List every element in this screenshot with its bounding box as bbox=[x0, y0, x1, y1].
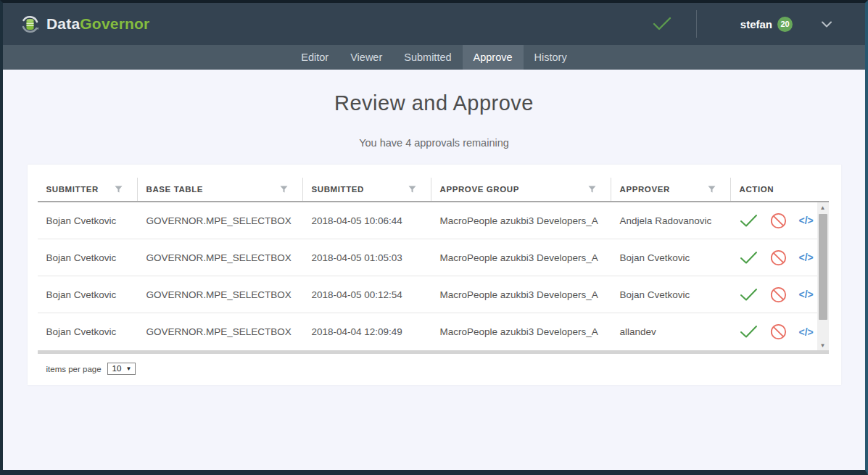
pager: items per page 10 ▼ bbox=[38, 363, 829, 375]
filter-icon[interactable] bbox=[280, 186, 288, 193]
page-title: Review and Approve bbox=[3, 91, 865, 115]
items-per-page-label: items per page bbox=[46, 365, 102, 373]
cell-approver: allandev bbox=[611, 326, 731, 337]
cell-approve-group: MacroPeople azukbi3 Developers_A bbox=[431, 252, 611, 263]
cell-submitter: Bojan Cvetkovic bbox=[38, 215, 138, 226]
cell-base-table: GOVERNOR.MPE_SELECTBOX bbox=[138, 252, 303, 263]
column-header-action: ACTION bbox=[731, 178, 829, 201]
cell-approve-group: MacroPeople azukbi3 Developers_A bbox=[431, 215, 611, 226]
cell-submitter: Bojan Cvetkovic bbox=[38, 326, 138, 337]
header-check-icon[interactable] bbox=[653, 17, 671, 31]
reject-prohibit-icon[interactable] bbox=[770, 323, 787, 340]
cell-submitter: Bojan Cvetkovic bbox=[38, 289, 138, 300]
cell-action: </> bbox=[731, 249, 817, 266]
app-logo[interactable]: DataGovernor bbox=[20, 15, 149, 34]
cell-action: </> bbox=[731, 323, 817, 340]
cell-submitted: 2018-04-05 01:05:03 bbox=[303, 252, 431, 263]
main-nav: Editor Viewer Submitted Approve History bbox=[3, 45, 865, 70]
app-title: DataGovernor bbox=[46, 15, 149, 33]
horizontal-scrollbar[interactable] bbox=[38, 350, 829, 354]
approve-check-icon[interactable] bbox=[740, 214, 758, 228]
approvals-count-badge: 20 bbox=[777, 17, 793, 32]
cell-submitted: 2018-04-04 12:09:49 bbox=[303, 326, 431, 337]
chevron-down-icon[interactable] bbox=[822, 21, 832, 28]
tab-history[interactable]: History bbox=[524, 45, 578, 70]
reject-prohibit-icon[interactable] bbox=[770, 249, 787, 266]
filter-icon[interactable] bbox=[588, 186, 596, 193]
cell-approver: Bojan Cvetkovic bbox=[611, 289, 731, 300]
approvals-grid: SUBMITTER BASE TABLE SUBMITTED APPROVE G… bbox=[38, 178, 829, 354]
view-code-icon[interactable]: </> bbox=[799, 326, 814, 338]
header-divider bbox=[696, 10, 697, 38]
cell-base-table: GOVERNOR.MPE_SELECTBOX bbox=[138, 326, 303, 337]
select-arrow-icon: ▼ bbox=[125, 365, 131, 372]
table-row: Bojan Cvetkovic GOVERNOR.MPE_SELECTBOX 2… bbox=[38, 202, 817, 239]
tab-approve[interactable]: Approve bbox=[463, 45, 524, 70]
cell-approver: Andjela Radovanovic bbox=[611, 215, 731, 226]
grid-rows: Bojan Cvetkovic GOVERNOR.MPE_SELECTBOX 2… bbox=[38, 202, 829, 350]
approvals-remaining-text: You have 4 approvals remaining bbox=[3, 137, 865, 149]
cell-approve-group: MacroPeople azukbi3 Developers_A bbox=[431, 289, 611, 300]
table-row: Bojan Cvetkovic GOVERNOR.MPE_SELECTBOX 2… bbox=[38, 276, 817, 313]
top-bar: DataGovernor stefan 20 bbox=[3, 3, 865, 45]
scroll-up-arrow-icon[interactable]: ▲ bbox=[817, 202, 829, 212]
cell-base-table: GOVERNOR.MPE_SELECTBOX bbox=[138, 289, 303, 300]
column-header-base-table[interactable]: BASE TABLE bbox=[138, 178, 303, 201]
main-content: Review and Approve You have 4 approvals … bbox=[3, 91, 865, 385]
cell-base-table: GOVERNOR.MPE_SELECTBOX bbox=[138, 215, 303, 226]
view-code-icon[interactable]: </> bbox=[799, 252, 814, 263]
cell-submitter: Bojan Cvetkovic bbox=[38, 252, 138, 263]
table-row: Bojan Cvetkovic GOVERNOR.MPE_SELECTBOX 2… bbox=[38, 313, 817, 350]
cell-approve-group: MacroPeople azukbi3 Developers_A bbox=[431, 326, 611, 337]
grid-body: Bojan Cvetkovic GOVERNOR.MPE_SELECTBOX 2… bbox=[38, 202, 829, 350]
approve-check-icon[interactable] bbox=[740, 251, 758, 265]
cell-action: </> bbox=[731, 286, 817, 303]
column-header-approver[interactable]: APPROVER bbox=[611, 178, 731, 201]
filter-icon[interactable] bbox=[115, 186, 123, 193]
vertical-scrollbar[interactable]: ▲ ▼ bbox=[817, 202, 829, 350]
view-code-icon[interactable]: </> bbox=[799, 289, 814, 300]
column-header-submitted[interactable]: SUBMITTED bbox=[303, 178, 431, 201]
cell-submitted: 2018-04-05 10:06:44 bbox=[303, 215, 431, 226]
approvals-card: SUBMITTER BASE TABLE SUBMITTED APPROVE G… bbox=[28, 165, 841, 385]
cell-submitted: 2018-04-05 00:12:54 bbox=[303, 289, 431, 300]
scroll-down-arrow-icon[interactable]: ▼ bbox=[817, 340, 829, 350]
tab-viewer[interactable]: Viewer bbox=[339, 45, 393, 70]
table-row: Bojan Cvetkovic GOVERNOR.MPE_SELECTBOX 2… bbox=[38, 239, 817, 276]
filter-icon[interactable] bbox=[708, 186, 716, 193]
column-header-approve-group[interactable]: APPROVE GROUP bbox=[431, 178, 611, 201]
database-logo-icon bbox=[20, 15, 40, 34]
approve-check-icon[interactable] bbox=[740, 288, 758, 302]
tab-submitted[interactable]: Submitted bbox=[393, 45, 462, 70]
items-per-page-select[interactable]: 10 ▼ bbox=[107, 363, 136, 375]
filter-icon[interactable] bbox=[408, 186, 416, 193]
user-menu[interactable]: stefan 20 bbox=[740, 17, 793, 32]
approve-check-icon[interactable] bbox=[740, 325, 758, 339]
grid-header-row: SUBMITTER BASE TABLE SUBMITTED APPROVE G… bbox=[38, 178, 829, 202]
cell-approver: Bojan Cvetkovic bbox=[611, 252, 731, 263]
reject-prohibit-icon[interactable] bbox=[770, 286, 787, 303]
view-code-icon[interactable]: </> bbox=[799, 215, 814, 226]
cell-action: </> bbox=[731, 212, 817, 229]
column-header-submitter[interactable]: SUBMITTER bbox=[38, 178, 138, 201]
reject-prohibit-icon[interactable] bbox=[770, 212, 787, 229]
tab-editor[interactable]: Editor bbox=[290, 45, 339, 70]
username: stefan bbox=[740, 18, 772, 30]
scrollbar-thumb[interactable] bbox=[819, 214, 827, 320]
